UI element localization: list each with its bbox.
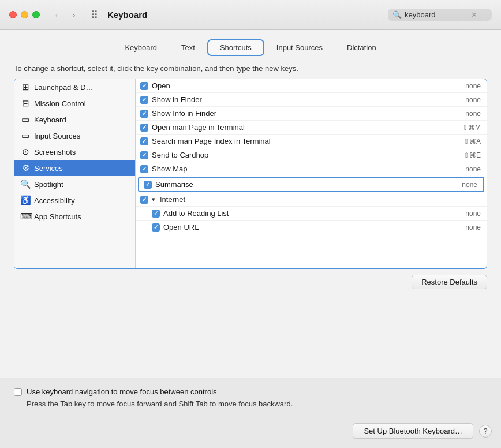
shortcut-row-summarise[interactable]: Summarise none [138,177,484,192]
tab-keyboard[interactable]: Keyboard [113,39,169,56]
app-shortcuts-icon: ⌨ [20,211,31,222]
restore-defaults-row: Restore Defaults [14,269,487,295]
grid-icon: ⠿ [91,9,98,21]
content-area: ⊞ Launchpad & D… ⊟ Mission Control ▭ Key… [14,79,487,269]
screenshots-icon: ⊙ [20,147,31,157]
shortcut-row-open-url[interactable]: Open URL none [136,221,487,234]
shortcut-label-show-map: Show Map [152,165,462,173]
shortcut-label-show-info: Show Info in Finder [152,109,462,118]
shortcut-key-open-man: ⇧⌘M [462,124,481,132]
nav-checkbox-row: Use keyboard navigation to move focus be… [14,387,487,396]
spotlight-icon: 🔍 [20,179,31,189]
restore-defaults-button[interactable]: Restore Defaults [412,275,487,289]
shortcuts-panel: Open none Show in Finder none Show Info … [136,79,487,268]
checkbox-summarise[interactable] [144,181,152,189]
zoom-button[interactable] [32,11,40,18]
sidebar-item-screenshots[interactable]: ⊙ Screenshots [14,144,135,160]
shortcut-row-open[interactable]: Open none [136,79,487,93]
sidebar-label-spotlight: Spotlight [34,180,63,189]
input-sources-icon: ▭ [20,130,31,141]
search-icon: 🔍 [392,10,402,19]
tab-input-sources[interactable]: Input Sources [264,39,335,56]
shortcut-label-open-url: Open URL [163,223,462,232]
sidebar-item-accessibility[interactable]: ♿ Accessibility [14,192,135,208]
shortcut-row-open-man[interactable]: Open man Page in Terminal ⇧⌘M [136,121,487,135]
sidebar-item-input-sources[interactable]: ▭ Input Sources [14,128,135,144]
search-input[interactable] [405,10,468,19]
tab-dictation[interactable]: Dictation [335,39,388,56]
nav-sub-text: Press the Tab key to move focus forward … [27,400,487,408]
minimize-button[interactable] [21,11,28,18]
shortcut-label-reading-list: Add to Reading List [163,209,462,218]
shortcut-key-search-man: ⇧⌘A [463,137,481,145]
shortcut-label-search-man: Search man Page Index in Terminal [152,137,460,145]
sidebar-label-app-shortcuts: App Shortcuts [34,212,81,221]
tab-text[interactable]: Text [169,39,207,56]
forward-button[interactable]: › [66,10,81,20]
shortcut-row-show-finder[interactable]: Show in Finder none [136,93,487,107]
shortcut-row-show-map[interactable]: Show Map none [136,162,487,176]
shortcut-row-show-info[interactable]: Show Info in Finder none [136,107,487,121]
checkbox-open-man[interactable] [140,124,148,132]
checkbox-show-map[interactable] [140,165,148,173]
tabs-bar: Keyboard Text Shortcuts Input Sources Di… [14,39,487,56]
window-title: Keyboard [107,10,382,20]
instruction-text: To change a shortcut, select it, click t… [14,64,487,73]
sidebar-item-app-shortcuts[interactable]: ⌨ App Shortcuts [14,208,135,225]
shortcut-row-internet[interactable]: ▾ Internet [136,193,487,207]
nav-buttons: ‹ › [49,10,81,20]
shortcut-key-summarise: none [462,181,477,189]
shortcut-key-cardhop: ⇧⌘E [463,151,481,159]
chevron-down-icon: ▾ [152,196,155,203]
mission-control-icon: ⊟ [20,98,31,109]
sidebar-item-keyboard[interactable]: ▭ Keyboard [14,111,135,128]
search-clear-button[interactable]: ✕ [471,10,477,19]
checkbox-show-info[interactable] [140,110,148,118]
sidebar-label-services: Services [34,164,63,173]
checkbox-cardhop[interactable] [140,151,148,159]
shortcut-key-show-info: none [465,110,481,118]
tab-shortcuts[interactable]: Shortcuts [207,39,264,56]
sidebar-item-spotlight[interactable]: 🔍 Spotlight [14,176,135,192]
back-button[interactable]: ‹ [49,10,64,20]
bluetooth-button[interactable]: Set Up Bluetooth Keyboard… [353,423,473,439]
shortcut-key-open-url: none [465,223,481,232]
shortcut-key-show-finder: none [465,96,481,104]
shortcut-row-search-man[interactable]: Search man Page Index in Terminal ⇧⌘A [136,135,487,148]
shortcut-label-internet: Internet [160,195,481,204]
shortcut-key-show-map: none [465,165,481,173]
launchpad-icon: ⊞ [20,82,31,92]
help-button[interactable]: ? [479,425,492,438]
nav-checkbox-label: Use keyboard navigation to move focus be… [27,387,217,396]
sidebar-label-accessibility: Accessibility [34,196,75,205]
titlebar: ‹ › ⠿ Keyboard 🔍 ✕ [0,0,501,30]
checkbox-show-finder[interactable] [140,96,148,104]
sidebar-label-launchpad: Launchpad & D… [34,83,94,92]
sidebar: ⊞ Launchpad & D… ⊟ Mission Control ▭ Key… [14,79,136,268]
accessibility-icon: ♿ [20,195,31,206]
nav-keyboard-checkbox[interactable] [14,388,22,396]
checkbox-search-man[interactable] [140,137,148,145]
checkbox-open-url[interactable] [152,223,160,232]
checkbox-reading-list[interactable] [152,210,160,218]
sidebar-label-mission-control: Mission Control [34,99,86,108]
traffic-lights [9,11,40,18]
checkbox-internet[interactable] [140,196,148,204]
sidebar-label-input-sources: Input Sources [34,132,80,140]
checkbox-open[interactable] [140,82,148,90]
keyboard-icon: ▭ [20,114,31,125]
main-content: Keyboard Text Shortcuts Input Sources Di… [0,30,501,378]
services-icon: ⚙ [20,163,31,173]
shortcut-label-show-finder: Show in Finder [152,95,462,104]
shortcut-row-reading-list[interactable]: Add to Reading List none [136,207,487,221]
shortcut-label-open-man: Open man Page in Terminal [152,123,459,132]
bottom-section: Use keyboard navigation to move focus be… [0,378,501,417]
shortcut-row-cardhop[interactable]: Send to Cardhop ⇧⌘E [136,148,487,162]
sidebar-item-mission-control[interactable]: ⊟ Mission Control [14,95,135,111]
close-button[interactable] [9,11,17,18]
search-bar: 🔍 ✕ [388,9,492,21]
sidebar-label-screenshots: Screenshots [34,148,76,156]
shortcut-key-reading-list: none [465,210,481,218]
sidebar-item-services[interactable]: ⚙ Services [14,160,135,176]
sidebar-item-launchpad[interactable]: ⊞ Launchpad & D… [14,79,135,95]
